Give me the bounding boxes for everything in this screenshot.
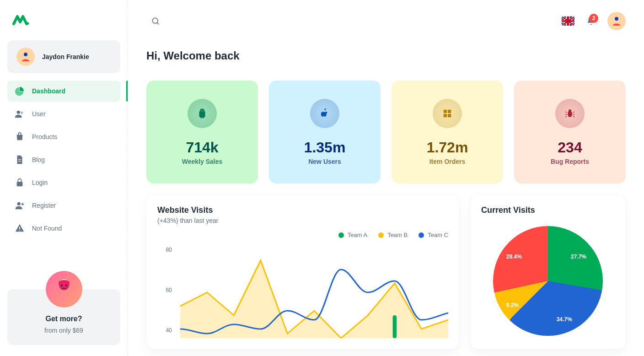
pie-label: 28.4% <box>506 254 522 260</box>
svg-point-2 <box>17 111 20 114</box>
nav-label: Register <box>32 202 56 209</box>
nav-list: Dashboard User Products Blog Login Regis… <box>7 81 120 241</box>
svg-rect-4 <box>17 182 23 186</box>
nav-label: Dashboard <box>32 87 65 95</box>
content: Hi, Welcome back 714k Weekly Sales 1.35m… <box>128 49 644 349</box>
svg-point-11 <box>201 110 201 110</box>
legend-dot-icon <box>378 232 384 238</box>
account-avatar[interactable] <box>607 12 626 30</box>
svg-point-9 <box>152 18 158 23</box>
bug-icon <box>555 99 585 128</box>
svg-point-7 <box>61 285 63 286</box>
legend-label: Team C <box>428 232 448 238</box>
shopping-bag-icon <box>15 132 25 142</box>
svg-point-5 <box>17 202 21 205</box>
stat-card-bug-reports: 234 Bug Reports <box>514 81 626 183</box>
stat-card-weekly-sales: 714k Weekly Sales <box>146 81 258 183</box>
y-axis: 80 60 40 <box>157 242 176 338</box>
svg-point-18 <box>569 109 571 112</box>
charts-row: Website Visits (+43%) than last year Tea… <box>146 194 626 349</box>
svg-point-3 <box>21 112 23 114</box>
stat-value: 1.35m <box>269 139 381 156</box>
svg-point-0 <box>27 22 29 25</box>
users-icon <box>15 109 25 119</box>
pie-chart: 27.7% 34.7% 9.2% 28.4% <box>481 226 615 336</box>
stat-value: 1.72m <box>392 139 503 156</box>
search-icon <box>151 16 160 26</box>
logo[interactable] <box>11 11 29 29</box>
nav-item-login[interactable]: Login <box>7 172 120 193</box>
stat-label: Weekly Sales <box>146 158 258 165</box>
chart-plot <box>180 242 448 338</box>
user-card[interactable]: Jaydon Frankie <box>7 40 120 73</box>
nav-label: Products <box>32 133 57 140</box>
nav-item-user[interactable]: User <box>7 103 120 124</box>
pie-label: 34.7% <box>557 316 572 323</box>
pie-label: 9.2% <box>506 302 519 308</box>
promo-title: Get more? <box>15 315 113 323</box>
nav-label: Login <box>32 179 48 186</box>
legend-item-team-a[interactable]: Team A <box>338 232 367 238</box>
notifications-badge: 2 <box>589 14 598 23</box>
svg-rect-19 <box>393 315 397 338</box>
stats-row: 714k Weekly Sales 1.35m New Users 1.72m … <box>146 81 626 183</box>
header: 2 <box>128 0 644 42</box>
current-visits-card: Current Visits 27.7% 34.7% 9.2% 28.4% <box>470 194 626 349</box>
legend-item-team-c[interactable]: Team C <box>419 232 448 238</box>
windows-icon <box>433 99 462 128</box>
user-name: Jaydon Frankie <box>42 53 89 60</box>
search-button[interactable] <box>146 12 165 30</box>
chart-subtitle: (+43%) than last year <box>157 217 448 224</box>
legend-label: Team B <box>387 232 408 238</box>
stat-label: New Users <box>269 158 381 165</box>
stat-label: Bug Reports <box>514 158 626 165</box>
stat-card-item-orders: 1.72m Item Orders <box>392 81 503 183</box>
chart-title: Website Visits <box>157 205 448 215</box>
chart-pie-icon <box>15 86 25 96</box>
svg-rect-13 <box>444 110 447 113</box>
nav-label: User <box>32 110 46 118</box>
svg-rect-16 <box>448 114 451 117</box>
chart-title: Current Visits <box>481 205 615 215</box>
svg-rect-14 <box>448 110 451 113</box>
promo-card: Get more? from only $69 <box>7 289 120 345</box>
svg-point-1 <box>24 53 27 56</box>
android-icon <box>188 99 217 128</box>
nav-label: Blog <box>32 156 45 163</box>
main: 2 Hi, Welcome back 714k Weekly Sales 1.3… <box>128 0 644 356</box>
website-visits-card: Website Visits (+43%) than last year Tea… <box>146 194 459 349</box>
nav-item-dashboard[interactable]: Dashboard <box>7 81 120 102</box>
nav-item-products[interactable]: Products <box>7 126 120 147</box>
svg-rect-15 <box>444 114 447 117</box>
pie-label: 27.7% <box>571 254 586 260</box>
nav-item-blog[interactable]: Blog <box>7 149 120 170</box>
chart-legend: Team A Team B Team C <box>157 232 448 238</box>
avatar <box>16 48 35 66</box>
lock-icon <box>15 178 25 188</box>
stat-card-new-users: 1.35m New Users <box>269 81 381 183</box>
user-plus-icon <box>15 200 25 210</box>
y-tick: 40 <box>166 327 172 334</box>
nav-item-notfound[interactable]: Not Found <box>7 218 120 239</box>
apple-icon <box>310 99 339 128</box>
nav-label: Not Found <box>32 225 62 232</box>
page-title: Hi, Welcome back <box>146 49 626 62</box>
legend-item-team-b[interactable]: Team B <box>378 232 408 238</box>
svg-point-12 <box>203 110 203 110</box>
language-flag-uk[interactable] <box>562 16 574 26</box>
file-icon <box>15 155 25 165</box>
sidebar: Jaydon Frankie Dashboard User Products B… <box>0 0 128 356</box>
legend-dot-icon <box>419 232 424 238</box>
stat-value: 714k <box>146 139 258 156</box>
promo-avatar <box>46 271 82 307</box>
stat-label: Item Orders <box>392 158 503 165</box>
svg-point-10 <box>615 17 618 21</box>
nav-item-register[interactable]: Register <box>7 195 120 216</box>
legend-dot-icon <box>338 232 344 238</box>
y-tick: 80 <box>166 247 172 253</box>
stat-value: 234 <box>514 139 626 156</box>
promo-subtitle: from only $69 <box>15 327 113 334</box>
notifications-button[interactable]: 2 <box>582 12 600 30</box>
line-chart: 80 60 40 <box>157 242 448 338</box>
y-tick: 60 <box>166 287 172 293</box>
